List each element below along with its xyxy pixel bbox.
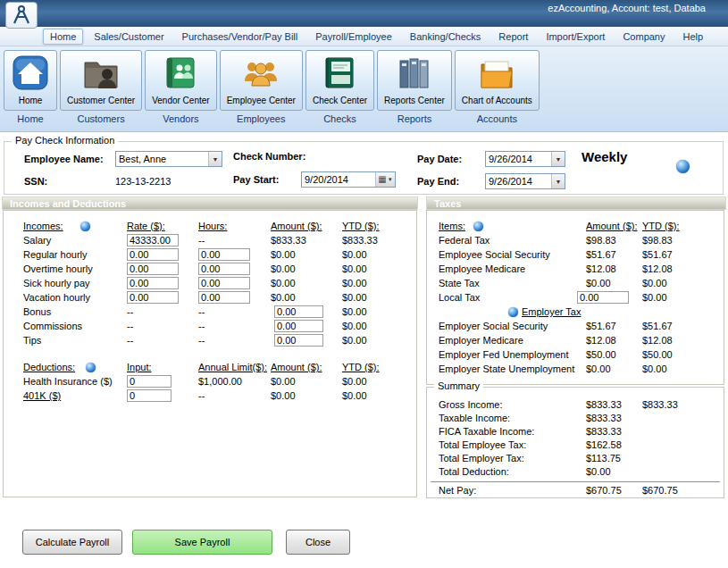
pay-date-select[interactable]: 9/26/2014 ▼ bbox=[485, 151, 565, 167]
toolbar-caption: Reports bbox=[397, 113, 432, 124]
bonus-amount-input[interactable] bbox=[274, 305, 323, 318]
local-tax-input[interactable] bbox=[577, 291, 629, 304]
pay-date-value: 9/26/2014 bbox=[486, 152, 551, 166]
spacer bbox=[4, 348, 416, 361]
toolbar-button-title: Home bbox=[19, 96, 43, 105]
summary-label: Total Employer Tax: bbox=[439, 453, 524, 464]
summary-amount: $162.58 bbox=[586, 439, 622, 450]
pay-end-label: Pay End: bbox=[417, 176, 459, 187]
pay-end-select[interactable]: 9/26/2014 ▼ bbox=[485, 173, 565, 189]
employer-tax-header-row: Employer Tax bbox=[427, 305, 724, 320]
regular-hourly-hours-input[interactable] bbox=[198, 248, 250, 261]
chevron-down-icon[interactable]: ▼ bbox=[208, 152, 222, 166]
tab-company[interactable]: Company bbox=[615, 29, 672, 45]
tab-help[interactable]: Help bbox=[675, 29, 710, 45]
home-button[interactable]: Home bbox=[4, 50, 57, 111]
amount-header: Amount ($): bbox=[586, 221, 637, 231]
income-label: Bonus bbox=[23, 306, 51, 317]
hours-header: Hours: bbox=[198, 221, 227, 231]
vacation-hourly-rate-input[interactable] bbox=[127, 291, 179, 304]
chevron-down-icon[interactable]: ▼ bbox=[551, 174, 565, 188]
calendar-dropdown-button[interactable]: ▦ ▼ bbox=[375, 172, 395, 187]
tab-purchases-vendor-pay-bill[interactable]: Purchases/Vendor/Pay Bill bbox=[175, 29, 305, 45]
title-bar[interactable]: ezAccounting, Account: test, Databa bbox=[0, 0, 728, 27]
tax-row-employer-state-unemployment: Employer State Unemployment $0.00 $0.00 bbox=[427, 363, 724, 377]
tax-amount: $98.83 bbox=[586, 235, 616, 246]
toolbar-button-title: Check Center bbox=[313, 96, 367, 105]
summary-row-net-pay: Net Pay: $670.75 $670.75 bbox=[427, 484, 724, 497]
overtime-hourly-hours-input[interactable] bbox=[198, 263, 250, 275]
sick-hourly-rate-input[interactable] bbox=[127, 277, 179, 289]
pay-start-value: 9/20/2014 bbox=[302, 172, 375, 187]
employer-tax-help-icon[interactable] bbox=[508, 307, 518, 317]
income-amount: $0.00 bbox=[271, 292, 296, 303]
income-hours: -- bbox=[198, 321, 205, 331]
tax-label: Employer Social Security bbox=[439, 321, 548, 331]
toolbar-customer-center: Customer Center Customers bbox=[60, 50, 142, 124]
toolbar-home: Home Home bbox=[4, 50, 57, 124]
reports-center-button[interactable]: Reports Center bbox=[377, 50, 452, 111]
taxes-section-header: Taxes bbox=[426, 196, 726, 210]
chart-of-accounts-button[interactable]: Chart of Accounts bbox=[455, 50, 540, 111]
close-button[interactable]: Close bbox=[286, 530, 350, 555]
toolbar-button-title: Reports Center bbox=[384, 96, 445, 105]
tab-import-export[interactable]: Import/Export bbox=[539, 29, 612, 45]
tax-row-local: Local Tax $0.00 bbox=[427, 291, 724, 305]
deductions-help-icon[interactable] bbox=[86, 363, 96, 372]
tax-ytd: $98.83 bbox=[642, 235, 673, 246]
regular-hourly-rate-input[interactable] bbox=[127, 248, 179, 261]
income-amount: $833.33 bbox=[271, 235, 306, 246]
toolbar-reports-center: Reports Center Reports bbox=[377, 50, 452, 124]
tab-report[interactable]: Report bbox=[491, 29, 535, 45]
employee-center-button[interactable]: Employee Center bbox=[220, 50, 303, 111]
tab-payroll-employee[interactable]: Payroll/Employee bbox=[308, 29, 399, 45]
toolbar-caption: Vendors bbox=[163, 113, 198, 124]
vendor-center-icon bbox=[161, 55, 200, 95]
income-ytd: $0.00 bbox=[342, 278, 367, 288]
salary-rate-input[interactable] bbox=[127, 234, 179, 246]
tax-ytd: $51.67 bbox=[642, 321, 673, 331]
deduction-401k-link[interactable]: 401K ($) bbox=[23, 390, 61, 401]
tax-ytd: $50.00 bbox=[642, 349, 673, 360]
save-payroll-button[interactable]: Save Payroll bbox=[132, 530, 272, 555]
pay-start-datepicker[interactable]: 9/20/2014 ▦ ▼ bbox=[301, 171, 396, 188]
taxes-help-icon[interactable] bbox=[473, 221, 483, 231]
paycheck-help-icon[interactable] bbox=[676, 160, 690, 173]
commissions-amount-input[interactable] bbox=[274, 320, 323, 332]
deduction-table-header: Deductions: Input: Annual Limit($): Amou… bbox=[4, 361, 416, 375]
income-hours: -- bbox=[198, 335, 205, 346]
sick-hourly-hours-input[interactable] bbox=[198, 277, 250, 289]
incomes-deductions-panel: Incomes: Rate ($): Hours: Amount ($): YT… bbox=[3, 210, 417, 497]
income-row-bonus: Bonus -- -- $0.00 bbox=[4, 305, 416, 320]
employee-name-select[interactable]: Best, Anne ▼ bbox=[115, 151, 222, 167]
check-center-button[interactable]: Check Center bbox=[305, 50, 374, 111]
deduction-ytd: $0.00 bbox=[342, 390, 367, 401]
overtime-hourly-rate-input[interactable] bbox=[127, 263, 179, 275]
income-row-sick-hourly-pay: Sick hourly pay $0.00 $0.00 bbox=[4, 277, 416, 291]
tab-home[interactable]: Home bbox=[43, 29, 83, 45]
chevron-down-icon[interactable]: ▼ bbox=[551, 152, 565, 166]
customer-center-button[interactable]: Customer Center bbox=[60, 50, 142, 111]
rate-header: Rate ($): bbox=[127, 221, 165, 231]
incomes-help-icon[interactable] bbox=[80, 221, 90, 231]
toolbar-caption: Customers bbox=[77, 113, 124, 124]
vacation-hourly-hours-input[interactable] bbox=[198, 291, 250, 304]
incomes-header: Incomes: bbox=[23, 221, 63, 231]
tax-row-employer-fed-unemployment: Employer Fed Unemployment $50.00 $50.00 bbox=[427, 348, 724, 363]
tab-banking-checks[interactable]: Banking/Checks bbox=[403, 29, 489, 45]
app-icon[interactable] bbox=[5, 2, 38, 29]
calculate-payroll-button[interactable]: Calculate Payroll bbox=[22, 530, 122, 555]
401k-input[interactable] bbox=[127, 389, 172, 402]
tips-amount-input[interactable] bbox=[274, 334, 323, 347]
vendor-center-button[interactable]: Vendor Center bbox=[145, 50, 217, 111]
summary-panel: Summary Gross Income: $833.33 $833.33 Ta… bbox=[426, 387, 724, 498]
summary-row-total-employee-tax: Total Employee Tax: $162.58 bbox=[427, 439, 724, 452]
toolbar-button-title: Chart of Accounts bbox=[462, 96, 532, 105]
health-insurance-input[interactable] bbox=[127, 375, 172, 388]
summary-row-total-deduction: Total Deduction: $0.00 bbox=[427, 465, 724, 479]
tax-label: Employer Fed Unemployment bbox=[439, 349, 569, 360]
income-label: Vacation hourly bbox=[23, 292, 90, 303]
tab-sales-customer[interactable]: Sales/Customer bbox=[87, 29, 171, 45]
ssn-label: SSN: bbox=[24, 176, 47, 187]
deduction-amount: $0.00 bbox=[271, 376, 296, 387]
